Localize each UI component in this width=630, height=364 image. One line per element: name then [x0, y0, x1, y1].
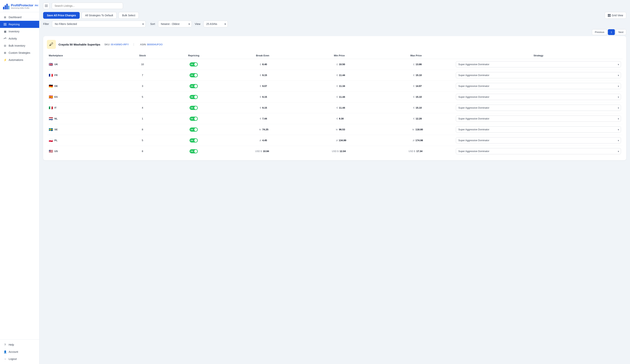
sidebar-item-inventory[interactable]: ▦ Inventory [0, 28, 39, 35]
activity-icon [4, 37, 7, 40]
grid-view-button[interactable]: Grid View [605, 12, 626, 19]
sidebar-item-logout[interactable]: → Logout [0, 356, 39, 363]
sidebar-item-custom-strategies[interactable]: ⊞ Custom Strategies [0, 49, 39, 56]
product-asin: ASIN: B00004UFOO [140, 43, 162, 46]
strategy-select[interactable]: Super Aggressive DominatorAggressive Dom… [456, 148, 621, 154]
repricing-toggle[interactable]: ON [190, 128, 198, 132]
sidebar-item-label: Repricing [8, 23, 20, 26]
cell-stock: 10 [122, 59, 163, 70]
all-strategies-default-button[interactable]: All Strategies To Default [82, 12, 116, 19]
svg-rect-2 [4, 25, 6, 25]
cell-strategy: Super Aggressive DominatorAggressive Dom… [454, 113, 622, 124]
cell-max-price: €12.28 [378, 113, 454, 124]
cell-stock: 1 [122, 113, 163, 124]
table-row: 🇫🇷FR7ON€9.15€11.44€15.10Super Aggressive… [47, 70, 622, 81]
repricing-toggle[interactable]: ON [190, 149, 198, 153]
pagination-bar: Previous 1 Next [40, 29, 630, 36]
strategy-select[interactable]: Super Aggressive DominatorAggressive Dom… [456, 116, 621, 122]
cell-max-price: zł174.98 [378, 135, 454, 146]
sidebar-bottom: ? Help 👤 Account → Logout [0, 340, 39, 364]
cell-marketplace: 🇬🇧UK [47, 59, 122, 70]
save-all-prices-button[interactable]: Save All Price Changes [43, 12, 80, 19]
th-repricing: Repricing [163, 52, 224, 59]
repricing-toggle[interactable]: ON [190, 62, 198, 66]
sidebar-item-automations[interactable]: ⚡ Automations [0, 56, 39, 63]
bulk-select-button[interactable]: Bulk Select [118, 12, 139, 19]
strategy-select[interactable]: Super Aggressive DominatorAggressive Dom… [456, 94, 621, 100]
th-strategy: Strategy [454, 52, 622, 59]
sidebar-item-bulk-inventory[interactable]: ⊟ Bulk Inventory [0, 42, 39, 49]
top-bar [40, 0, 630, 11]
automations-icon: ⚡ [4, 58, 7, 61]
cell-break-even: €9.15 [224, 70, 301, 81]
cell-break-even: zł4.45 [224, 135, 301, 146]
sidebar-collapse-button[interactable] [43, 2, 50, 9]
cell-marketplace: 🇳🇱NL [47, 113, 122, 124]
strategy-select[interactable]: Super Aggressive DominatorAggressive Dom… [456, 72, 621, 78]
next-button[interactable]: Next [616, 29, 626, 35]
cell-repricing: ON [163, 146, 224, 157]
previous-button[interactable]: Previous [592, 29, 607, 35]
sidebar-nav: ⊞ Dashboard Repricing ▦ Inventory Activi… [0, 12, 39, 340]
cell-marketplace: 🇮🇹IT [47, 102, 122, 113]
repricing-toggle[interactable]: ON [190, 106, 198, 110]
repricing-toggle[interactable]: ON [190, 73, 198, 77]
cell-min-price: £10.50 [301, 59, 378, 70]
sort-label: Sort [150, 22, 155, 25]
table-row: 🇸🇪SE8ONkr74.25kr96.53kr118.80Super Aggre… [47, 124, 622, 135]
strategy-select[interactable]: Super Aggressive DominatorAggressive Dom… [456, 83, 621, 89]
sidebar-item-account[interactable]: 👤 Account [0, 348, 39, 356]
th-max-price: Max Price [378, 52, 454, 59]
sort-select[interactable]: Newest - Oldest [158, 20, 192, 27]
cell-max-price: €15.10 [378, 70, 454, 81]
logo-title: ProfitProtector [11, 4, 34, 7]
page-1-button[interactable]: 1 [608, 29, 615, 35]
cell-strategy: Super Aggressive DominatorAggressive Dom… [454, 59, 622, 70]
cell-min-price: €11.44 [301, 102, 378, 113]
inventory-icon: ▦ [4, 30, 7, 33]
repricing-toggle[interactable]: ON [190, 117, 198, 121]
th-marketplace: Marketplace [47, 52, 122, 59]
cell-repricing: ON [163, 135, 224, 146]
th-stock: Stock [122, 52, 163, 59]
strategy-select[interactable]: Super Aggressive DominatorAggressive Dom… [456, 126, 621, 133]
sidebar-item-label: Custom Strategies [8, 51, 30, 54]
cell-break-even: USD $10.84 [224, 146, 301, 157]
cell-repricing: ON [163, 124, 224, 135]
cell-break-even: €9.07 [224, 81, 301, 92]
cell-break-even: €9.15 [224, 92, 301, 102]
cell-max-price: USD $17.34 [378, 146, 454, 157]
cell-stock: 3 [122, 81, 163, 92]
th-min-price: Min Price [301, 52, 378, 59]
sidebar-item-help[interactable]: ? Help [0, 341, 39, 348]
strategy-select[interactable]: Super Aggressive DominatorAggressive Dom… [456, 137, 621, 143]
filter-label: Filter [43, 22, 49, 25]
table-row: 🇳🇱NL1ON€7.44€9.30€12.28Super Aggressive … [47, 113, 622, 124]
svg-rect-3 [45, 5, 48, 5]
strategy-select[interactable]: Super Aggressive DominatorAggressive Dom… [456, 61, 621, 67]
sidebar-item-activity[interactable]: Activity [0, 35, 39, 42]
strategy-select[interactable]: Super Aggressive DominatorAggressive Dom… [456, 105, 621, 111]
sidebar-item-dashboard[interactable]: ⊞ Dashboard [0, 14, 39, 21]
repricing-toggle[interactable]: ON [190, 95, 198, 99]
content-area: 🖊 Crayola 50 Washable Supertips SKU: 00-… [40, 36, 630, 364]
table-row: 🇬🇧UK10ON£8.40£10.50£13.86Super Aggressiv… [47, 59, 622, 70]
svg-rect-7 [610, 14, 610, 15]
table-row: 🇪🇸ES5ON€9.15€11.44€15.10Super Aggressive… [47, 92, 622, 102]
view-label: View [195, 22, 200, 25]
sidebar-item-repricing[interactable]: Repricing [0, 21, 39, 28]
filter-select[interactable]: No Filters Selected [52, 20, 146, 27]
sidebar-item-label: Inventory [8, 30, 20, 33]
search-input[interactable] [52, 2, 123, 9]
cell-marketplace: 🇫🇷FR [47, 70, 122, 81]
cell-break-even: kr74.25 [224, 124, 301, 135]
cell-repricing: ON [163, 113, 224, 124]
repricing-toggle[interactable]: ON [190, 84, 198, 88]
cell-repricing: ON [163, 59, 224, 70]
cell-strategy: Super Aggressive DominatorAggressive Dom… [454, 81, 622, 92]
cell-break-even: €7.44 [224, 113, 301, 124]
cell-strategy: Super Aggressive DominatorAggressive Dom… [454, 92, 622, 102]
repricing-toggle[interactable]: ON [190, 138, 198, 143]
view-select[interactable]: 25 ASINs [204, 20, 228, 27]
product-title: Crayola 50 Washable Supertips [58, 43, 100, 46]
